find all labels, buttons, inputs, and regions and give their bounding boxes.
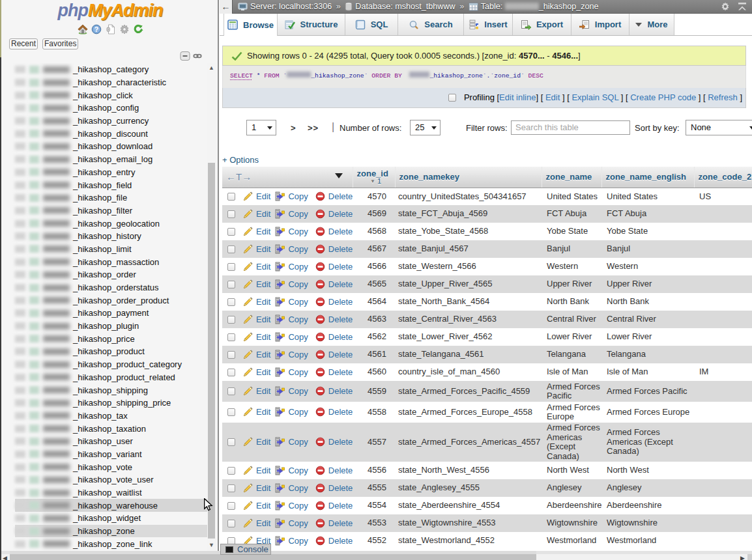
svg-text:?: ? bbox=[94, 25, 98, 33]
